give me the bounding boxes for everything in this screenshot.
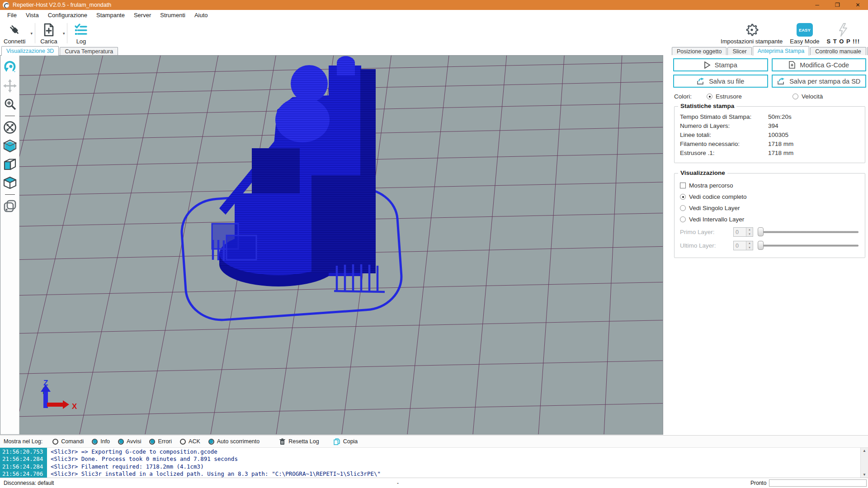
log-filter-bar: Mostra nel Log: Comandi Info Avvisi Erro… (0, 435, 868, 448)
close-button[interactable]: ✕ (848, 0, 868, 10)
fit-view-icon[interactable] (2, 120, 18, 135)
toggle-log-button[interactable]: Log (68, 20, 94, 46)
toggle-circle (180, 439, 186, 445)
visualization-group-title: Visualizzazione (678, 169, 727, 176)
window-title: Repetier-Host V2.0.5 - frulam_mondath (13, 2, 111, 8)
stat-value: 1718 mm (768, 141, 793, 147)
log-entry: 21:56:24.284<Slic3r> Done. Process took … (0, 455, 868, 463)
menu-vista[interactable]: Vista (21, 10, 43, 20)
svg-text:X: X (72, 402, 77, 411)
menu-aiuto[interactable]: Aiuto (190, 10, 212, 20)
first-layer-slider[interactable] (758, 227, 859, 237)
menu-strumenti[interactable]: Strumenti (156, 10, 190, 20)
checkbox-mostra-percorso[interactable] (680, 183, 686, 188)
copy-log-button[interactable]: Copia (334, 438, 358, 445)
last-layer-slider[interactable] (758, 240, 859, 250)
menu-bar: File Vista Configurazione Stampante Serv… (0, 10, 868, 20)
title-bar: Repetier-Host V2.0.5 - frulam_mondath ─ … (0, 0, 868, 10)
radio-velocita[interactable] (793, 94, 798, 99)
save-to-file-button[interactable]: Salva su file (673, 75, 768, 88)
scroll-up-icon[interactable]: ▲ (863, 449, 866, 453)
viewport-toolbar (0, 56, 19, 434)
app-icon (3, 2, 9, 8)
menu-server[interactable]: Server (129, 10, 156, 20)
main-toolbar: Connetti ▾ Carica ▾ Log Impostazioni sta… (0, 20, 868, 46)
toggle-errori[interactable]: Errori (149, 438, 172, 445)
log-list-icon (74, 22, 88, 38)
stat-row: Linee totali:100305 (679, 130, 860, 139)
minimize-button[interactable]: ─ (807, 0, 827, 10)
connect-button[interactable]: Connetti (0, 20, 29, 46)
first-layer-label: Primo Layer: (680, 229, 733, 235)
radio-vedi-codice-completo[interactable] (680, 194, 686, 200)
easy-mode-button[interactable]: EASY Easy Mode (786, 20, 823, 46)
log-scrollbar[interactable]: ▲ ▼ (860, 448, 868, 478)
radio-estrusore[interactable] (707, 94, 712, 99)
rotate-view-icon[interactable] (2, 60, 18, 75)
toggle-comandi[interactable]: Comandi (52, 438, 84, 445)
printer-state-label: Pronto (750, 480, 766, 486)
edit-gcode-button[interactable]: Modifica G-Code (772, 58, 867, 71)
tab-posizione-oggetto[interactable]: Posizione oggetto (672, 47, 726, 56)
radio-velocita-label[interactable]: Velocità (802, 93, 823, 100)
restore-button[interactable]: ❐ (827, 0, 848, 10)
panel-tabs: Posizione oggetto Slicer Anteprima Stamp… (672, 46, 868, 56)
play-icon (704, 61, 711, 69)
file-plus-icon (42, 22, 56, 38)
3d-viewport[interactable]: Z X (0, 55, 663, 435)
load-button[interactable]: Carica (36, 20, 61, 46)
export-icon (697, 78, 705, 85)
load-dropdown-caret[interactable]: ▾ (61, 20, 66, 46)
window-controls: ─ ❐ ✕ (807, 0, 868, 10)
log-list[interactable]: 21:56:20.753<Slic3r> => Exporting G-code… (0, 448, 868, 478)
zoom-view-icon[interactable] (2, 97, 18, 112)
tab-controllo-manuale[interactable]: Controllo manuale (810, 47, 866, 56)
radio-vedi-singolo-layer[interactable] (680, 205, 686, 211)
easy-badge: EASY (797, 23, 813, 37)
reset-log-button[interactable]: Resetta Log (279, 438, 319, 445)
top-view-icon[interactable] (2, 176, 18, 190)
scroll-down-icon[interactable]: ▼ (863, 473, 866, 477)
menu-file[interactable]: File (3, 10, 21, 20)
last-layer-label: Ultimo Layer: (680, 242, 733, 249)
progress-field (769, 479, 867, 487)
spinner-arrows[interactable]: ▲▼ (746, 241, 753, 250)
front-view-icon[interactable] (2, 157, 18, 172)
panel-splitter[interactable] (663, 55, 671, 435)
toggle-ack[interactable]: ACK (180, 438, 200, 445)
connect-dropdown-caret[interactable]: ▾ (29, 20, 34, 46)
first-layer-spinner[interactable]: 0 ▲▼ (733, 227, 753, 237)
last-layer-spinner[interactable]: 0 ▲▼ (733, 241, 753, 250)
emergency-stop-button[interactable]: S T O P !!! (823, 20, 863, 46)
radio-vedi-intervallo-layer[interactable] (680, 216, 686, 222)
tab-curva-temperatura[interactable]: Curva Temperatura (60, 47, 118, 56)
toggle-circle (149, 439, 155, 445)
stat-row: Estrusore .1:1718 mm (679, 148, 860, 157)
stat-value: 100305 (768, 131, 788, 138)
log-timestamp: 21:56:24.284 (0, 463, 47, 470)
menu-stampante[interactable]: Stampante (92, 10, 129, 20)
spinner-arrows[interactable]: ▲▼ (746, 228, 753, 236)
toggle-auto-scorrimento[interactable]: Auto scorrimento (208, 438, 259, 445)
toggle-circle (92, 439, 98, 445)
log-timestamp: 21:56:24.284 (0, 455, 47, 463)
save-for-sd-button[interactable]: Salva per stampa da SD (772, 75, 867, 88)
pan-view-icon[interactable] (2, 79, 18, 93)
tab-visualizzazione-3d[interactable]: Visualizzazione 3D (1, 46, 59, 56)
status-center-text: - (397, 480, 399, 486)
radio-estrusore-label[interactable]: Estrusore (716, 93, 793, 100)
menu-configurazione[interactable]: Configurazione (43, 10, 92, 20)
toggle-avvisi[interactable]: Avvisi (118, 438, 141, 445)
svg-text:Z: Z (43, 379, 48, 387)
toggle-info[interactable]: Info (92, 438, 110, 445)
log-entry: 21:56:24.706<Slic3r> Slic3r installed in… (0, 470, 868, 478)
tab-anteprima-stampa[interactable]: Anteprima Stampa (753, 46, 810, 56)
projection-view-icon[interactable] (2, 199, 18, 213)
print-button[interactable]: Stampa (673, 58, 768, 71)
tab-slicer[interactable]: Slicer (727, 47, 751, 56)
toolbar-separator (35, 23, 35, 43)
stat-value: 50m:20s (768, 113, 792, 120)
iso-view-icon[interactable] (2, 139, 18, 153)
toggle-circle (118, 439, 124, 445)
printer-settings-button[interactable]: Impostazioni stampante (717, 20, 786, 46)
